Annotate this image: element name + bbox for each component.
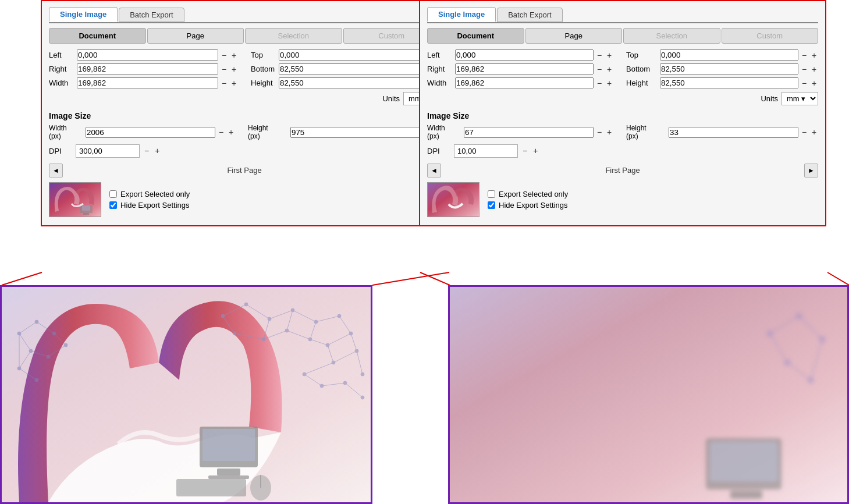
right-top-plus[interactable]: + bbox=[810, 51, 818, 60]
left-left-input[interactable] bbox=[77, 49, 218, 61]
left-export-panel: Single Image Batch Export Document Page … bbox=[41, 0, 448, 226]
svg-rect-85 bbox=[710, 442, 777, 481]
left-width-label: Width bbox=[49, 79, 75, 87]
right-height-minus[interactable]: − bbox=[800, 79, 808, 88]
left-width-plus[interactable]: + bbox=[230, 79, 238, 88]
bottom-right-image bbox=[448, 285, 849, 504]
right-dpi-row: DPI − + bbox=[427, 144, 818, 158]
right-width-input[interactable] bbox=[455, 77, 594, 88]
left-width-minus[interactable]: − bbox=[220, 79, 228, 88]
left-image-size-title: Image Size bbox=[49, 111, 440, 120]
left-imgw-label: Width(px) bbox=[49, 124, 84, 141]
left-page-nav: ◄ First Page ► bbox=[49, 164, 440, 178]
left-dpi-plus[interactable]: + bbox=[154, 146, 161, 155]
svg-line-90 bbox=[827, 272, 849, 285]
svg-rect-66 bbox=[203, 429, 255, 461]
right-stab-document[interactable]: Document bbox=[427, 28, 524, 44]
right-left-minus[interactable]: − bbox=[595, 51, 603, 60]
right-export-selected-check[interactable] bbox=[488, 190, 495, 198]
right-dpi-plus[interactable]: + bbox=[532, 146, 539, 155]
left-prev-page-button[interactable]: ◄ bbox=[49, 164, 63, 178]
right-units-row: Units mm ▾ bbox=[427, 92, 818, 105]
left-export-selected-check[interactable] bbox=[109, 190, 117, 198]
left-export-selected-label[interactable]: Export Selected only bbox=[109, 190, 190, 198]
left-preview-row: Export Selected only Hide Export Setting… bbox=[49, 182, 440, 217]
left-dpi-input[interactable] bbox=[76, 144, 140, 158]
right-imgw-minus[interactable]: − bbox=[595, 127, 603, 137]
right-left-plus[interactable]: + bbox=[605, 51, 613, 60]
left-stab-page[interactable]: Page bbox=[147, 28, 244, 44]
right-hide-settings-label[interactable]: Hide Export Settings bbox=[488, 201, 568, 210]
svg-rect-86 bbox=[730, 491, 762, 499]
right-imgh-input[interactable] bbox=[669, 127, 798, 138]
right-right-input[interactable] bbox=[455, 63, 594, 74]
left-right-input[interactable] bbox=[77, 63, 218, 74]
right-right-plus[interactable]: + bbox=[605, 65, 613, 74]
left-imgw-plus[interactable]: + bbox=[227, 127, 235, 137]
right-next-page-button[interactable]: ► bbox=[804, 164, 818, 178]
left-dpi-row: DPI − + bbox=[49, 144, 440, 158]
left-left-plus[interactable]: + bbox=[230, 51, 238, 60]
right-top-label: Top bbox=[626, 51, 658, 59]
svg-line-88 bbox=[372, 272, 449, 285]
right-stab-selection[interactable]: Selection bbox=[623, 28, 720, 44]
left-tab-single[interactable]: Single Image bbox=[49, 7, 118, 22]
right-section-tabs: Document Page Selection Custom bbox=[427, 28, 818, 44]
right-checkboxes: Export Selected only Hide Export Setting… bbox=[488, 190, 568, 210]
right-imgh-minus[interactable]: − bbox=[800, 127, 808, 137]
right-export-selected-label[interactable]: Export Selected only bbox=[488, 190, 568, 198]
left-right-minus[interactable]: − bbox=[220, 65, 228, 74]
left-thumb-svg bbox=[49, 183, 101, 217]
svg-rect-73 bbox=[450, 287, 849, 504]
right-imgw-plus[interactable]: + bbox=[605, 127, 613, 137]
right-thumbnail bbox=[427, 182, 479, 217]
right-image-size-title: Image Size bbox=[427, 111, 818, 120]
right-units-select[interactable]: mm ▾ bbox=[781, 92, 818, 105]
left-stab-document[interactable]: Document bbox=[49, 28, 146, 44]
left-left-label: Left bbox=[49, 51, 75, 59]
left-imgw-input[interactable] bbox=[86, 127, 215, 138]
left-top-input[interactable] bbox=[279, 49, 420, 61]
right-hide-settings-check[interactable] bbox=[488, 201, 495, 209]
right-width-minus[interactable]: − bbox=[595, 79, 603, 88]
left-units-label: Units bbox=[382, 94, 400, 103]
right-prev-page-button[interactable]: ◄ bbox=[427, 164, 441, 178]
left-checkboxes: Export Selected only Hide Export Setting… bbox=[109, 190, 190, 210]
left-bottom-input[interactable] bbox=[279, 63, 420, 74]
left-height-input[interactable] bbox=[279, 77, 420, 88]
left-section-tabs: Document Page Selection Custom bbox=[49, 28, 440, 44]
left-page-label: First Page bbox=[66, 166, 422, 175]
right-dpi-input[interactable] bbox=[454, 144, 518, 158]
right-width-plus[interactable]: + bbox=[605, 79, 613, 88]
left-tab-bar: Single Image Batch Export bbox=[49, 7, 440, 23]
left-tab-batch[interactable]: Batch Export bbox=[119, 8, 184, 22]
left-hide-settings-check[interactable] bbox=[109, 201, 117, 209]
right-top-minus[interactable]: − bbox=[800, 51, 808, 60]
right-imgh-plus[interactable]: + bbox=[810, 127, 818, 137]
left-stab-selection[interactable]: Selection bbox=[245, 28, 342, 44]
right-height-plus[interactable]: + bbox=[810, 79, 818, 88]
left-imgw-minus[interactable]: − bbox=[217, 127, 225, 137]
right-tab-batch[interactable]: Batch Export bbox=[497, 8, 562, 22]
right-stab-page[interactable]: Page bbox=[525, 28, 623, 44]
right-right-minus[interactable]: − bbox=[595, 65, 603, 74]
right-top-input[interactable] bbox=[660, 49, 798, 61]
right-tab-single[interactable]: Single Image bbox=[427, 7, 496, 22]
left-right-plus[interactable]: + bbox=[230, 65, 238, 74]
right-imgw-input[interactable] bbox=[464, 127, 594, 138]
right-preview-row: Export Selected only Hide Export Setting… bbox=[427, 182, 818, 217]
left-imgh-input[interactable] bbox=[290, 127, 420, 138]
left-dpi-minus[interactable]: − bbox=[143, 146, 150, 155]
right-bottom-plus[interactable]: + bbox=[810, 65, 818, 74]
right-left-input[interactable] bbox=[455, 49, 594, 61]
left-height-label: Height bbox=[251, 79, 277, 87]
right-bottom-minus[interactable]: − bbox=[800, 65, 808, 74]
left-left-minus[interactable]: − bbox=[220, 51, 228, 60]
right-height-input[interactable] bbox=[660, 77, 798, 88]
left-dpi-label: DPI bbox=[49, 147, 72, 155]
left-hide-settings-label[interactable]: Hide Export Settings bbox=[109, 201, 190, 210]
right-bottom-input[interactable] bbox=[660, 63, 798, 74]
right-stab-custom[interactable]: Custom bbox=[722, 28, 819, 44]
left-width-input[interactable] bbox=[77, 77, 218, 88]
right-dpi-minus[interactable]: − bbox=[521, 146, 528, 155]
